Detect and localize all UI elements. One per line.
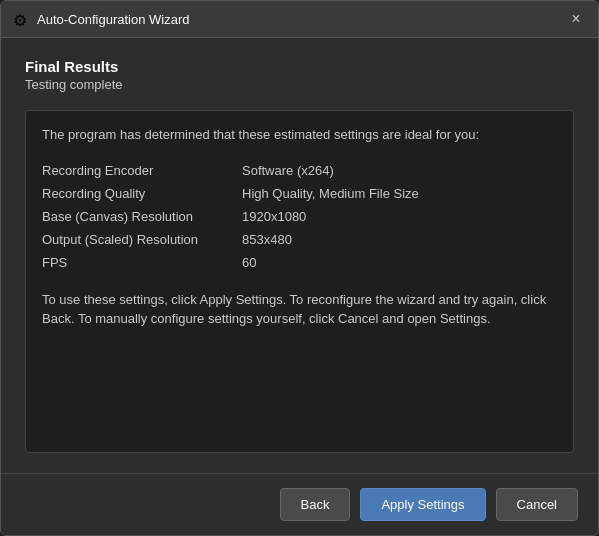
- section-header: Final Results Testing complete: [25, 58, 574, 92]
- dialog-window: ⚙ Auto-Configuration Wizard × Final Resu…: [0, 0, 599, 536]
- settings-label: FPS: [42, 251, 242, 274]
- dialog-footer: Back Apply Settings Cancel: [1, 473, 598, 535]
- section-title: Final Results: [25, 58, 574, 75]
- close-button[interactable]: ×: [566, 9, 586, 29]
- settings-value: 60: [242, 251, 557, 274]
- back-button[interactable]: Back: [280, 488, 351, 521]
- settings-label: Recording Encoder: [42, 159, 242, 182]
- section-subtitle: Testing complete: [25, 77, 574, 92]
- description-text: The program has determined that these es…: [42, 125, 557, 145]
- instruction-text: To use these settings, click Apply Setti…: [42, 290, 557, 329]
- settings-label: Base (Canvas) Resolution: [42, 205, 242, 228]
- settings-value: Software (x264): [242, 159, 557, 182]
- title-bar: ⚙ Auto-Configuration Wizard ×: [1, 1, 598, 38]
- app-icon: ⚙: [13, 11, 29, 27]
- settings-value: 1920x1080: [242, 205, 557, 228]
- dialog-title: Auto-Configuration Wizard: [37, 12, 189, 27]
- apply-settings-button[interactable]: Apply Settings: [360, 488, 485, 521]
- settings-table: Recording EncoderSoftware (x264)Recordin…: [42, 159, 557, 274]
- title-bar-left: ⚙ Auto-Configuration Wizard: [13, 11, 189, 27]
- settings-label: Recording Quality: [42, 182, 242, 205]
- settings-value: High Quality, Medium File Size: [242, 182, 557, 205]
- settings-label: Output (Scaled) Resolution: [42, 228, 242, 251]
- description-box: The program has determined that these es…: [25, 110, 574, 453]
- cancel-button[interactable]: Cancel: [496, 488, 578, 521]
- dialog-content: Final Results Testing complete The progr…: [1, 38, 598, 473]
- settings-value: 853x480: [242, 228, 557, 251]
